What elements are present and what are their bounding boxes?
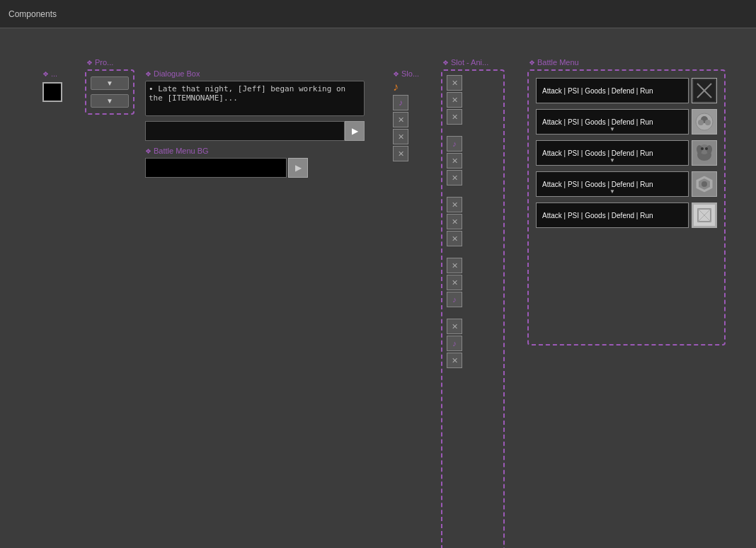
prop-chevron-2[interactable]: ▼ (91, 94, 129, 108)
properties-title: ❖ Pro... (86, 58, 113, 67)
slot-ani-items: ✕ ✕ ✕ ♪ ✕ ✕ ✕ ✕ ✕ ✕ ✕ ♪ ✕ ♪ ✕ (447, 75, 499, 368)
svg-point-13 (701, 181, 707, 187)
misc-title: ❖ ... (42, 69, 81, 78)
slot1-x-icon-2: ✕ (393, 129, 408, 144)
dialogue-submit-button[interactable]: ▶ (345, 121, 365, 141)
battle-menu-label: Battle Menu (537, 58, 579, 67)
dialogue-title: ❖ Dialogue Box (145, 69, 365, 78)
bg-label: Battle Menu BG (154, 147, 209, 155)
slot-ani-spacer-2 (447, 187, 499, 195)
battle-row-4: Attack | PSI | Goods | Defend | Run ▼ (536, 171, 717, 197)
dialogue-input-row: ▶ (145, 121, 365, 141)
battle-arrow-4: ▼ (609, 188, 615, 195)
slot1-x-icon-3: ✕ (393, 146, 408, 161)
slot1-x-icon-1: ✕ (393, 112, 408, 127)
dialogue-label: Dialogue Box (154, 69, 200, 78)
slot-ani-item-11: ✕ (447, 275, 462, 290)
slot1-orange-note: ♪ (393, 81, 428, 93)
slot-ani-item-13: ✕ (447, 319, 462, 334)
slot-ani-item-3: ✕ (447, 109, 462, 125)
panel-slot1: ❖ Slo... ♪ ♪ ✕ ✕ ✕ (393, 69, 428, 163)
dialogue-textarea[interactable]: • Late that night, [Jeff] began working … (145, 81, 365, 116)
battle-text-5: Attack | PSI | Goods | Defend | Run (542, 212, 653, 219)
svg-point-5 (698, 120, 704, 125)
misc-label: ... (51, 69, 57, 78)
battle-text-btn-5[interactable]: Attack | PSI | Goods | Defend | Run (536, 202, 689, 228)
svg-point-11 (701, 147, 704, 150)
orange-note-icon: ♪ (393, 81, 399, 93)
slot-ani-title: ❖ Slot - Ani... (442, 58, 488, 67)
svg-point-6 (705, 120, 711, 125)
slot-ani-item-10: ✕ (447, 258, 462, 273)
battle-text-btn-4[interactable]: Attack | PSI | Goods | Defend | Run ▼ (536, 171, 689, 197)
slot-ani-item-4: ♪ (447, 136, 462, 152)
slot-ani-item-12: ♪ (447, 292, 462, 307)
slot-ani-item-15: ✕ (447, 353, 462, 368)
panel-misc: ❖ ... (42, 69, 81, 102)
battle-menu-bg-label: ❖ Battle Menu BG (145, 147, 365, 155)
slot-ani-diamond-icon: ❖ (442, 59, 449, 67)
slot1-diamond-icon: ❖ (393, 70, 399, 78)
battle-menu-diamond-icon: ❖ (529, 59, 535, 67)
slot-ani-item-1: ✕ (447, 75, 462, 91)
battle-text-2: Attack | PSI | Goods | Defend | Run (542, 118, 653, 126)
battle-portrait-4 (692, 171, 717, 197)
battle-text-3: Attack | PSI | Goods | Defend | Run (542, 149, 653, 157)
main-canvas: ❖ ... ❖ Pro... ▼ ▼ ❖ Dialogue Box • Late… (0, 28, 756, 548)
slot1-music-icon: ♪ (393, 95, 408, 110)
panel-slot-ani: ❖ Slot - Ani... ✕ ✕ ✕ ♪ ✕ ✕ ✕ ✕ ✕ ✕ ✕ ♪ … (441, 69, 505, 548)
panel-dialogue: ❖ Dialogue Box • Late that night, [Jeff]… (145, 69, 365, 178)
slot1-label: Slo... (401, 69, 419, 78)
battle-row-2: Attack | PSI | Goods | Defend | Run ▼ (536, 109, 717, 135)
slot-ani-label: Slot - Ani... (451, 58, 488, 67)
battle-menu-bg-bar: ▶ (145, 158, 365, 178)
battle-text-btn-2[interactable]: Attack | PSI | Goods | Defend | Run ▼ (536, 109, 689, 135)
prop-label: Pro... (95, 58, 113, 67)
slot-ani-spacer-4 (447, 309, 499, 317)
battle-text-btn-3[interactable]: Attack | PSI | Goods | Defend | Run ▼ (536, 140, 689, 166)
battle-portrait-1 (692, 78, 717, 103)
battle-portrait-3 (692, 140, 717, 166)
battle-arrow-2: ▼ (609, 126, 615, 132)
bg-diamond-icon: ❖ (145, 147, 151, 155)
battle-portrait-5 (692, 202, 717, 228)
panel-battle-menu: ❖ Battle Menu Attack | PSI | Goods | Def… (527, 69, 726, 346)
slot-ani-item-7: ✕ (447, 197, 462, 212)
slot-ani-item-2: ✕ (447, 92, 462, 108)
prop-diamond-icon: ❖ (86, 59, 93, 67)
battle-menu-bg-btn[interactable]: ▶ (288, 158, 308, 178)
dialogue-diamond-icon: ❖ (145, 70, 151, 78)
battle-text-4: Attack | PSI | Goods | Defend | Run (542, 181, 653, 188)
svg-point-12 (705, 147, 708, 150)
battle-row-5: Attack | PSI | Goods | Defend | Run (536, 202, 717, 228)
battle-row-1: Attack | PSI | Goods | Defend | Run (536, 78, 717, 103)
slot-ani-item-6: ✕ (447, 170, 462, 185)
top-bar: Components (0, 0, 756, 28)
slot-ani-spacer-1 (447, 126, 499, 135)
battle-menu-bg-black-bar (145, 158, 287, 178)
black-square-icon[interactable] (42, 82, 62, 102)
battle-text-1: Attack | PSI | Goods | Defend | Run (542, 87, 653, 95)
battle-arrow-3: ▼ (609, 157, 615, 164)
slot-ani-item-9: ✕ (447, 231, 462, 246)
battle-menu-title: ❖ Battle Menu (529, 58, 579, 67)
battle-portrait-2 (692, 109, 717, 135)
prop-chevron-1[interactable]: ▼ (91, 76, 129, 90)
battle-text-btn-1[interactable]: Attack | PSI | Goods | Defend | Run (536, 78, 689, 103)
slot-ani-item-14: ♪ (447, 336, 462, 351)
slot-ani-spacer-3 (447, 248, 499, 256)
battle-row-3: Attack | PSI | Goods | Defend | Run ▼ (536, 140, 717, 166)
slot1-title: ❖ Slo... (393, 69, 428, 78)
slot-ani-item-8: ✕ (447, 214, 462, 229)
dialogue-input[interactable] (145, 121, 345, 141)
misc-diamond-icon: ❖ (42, 70, 49, 78)
components-label: Components (8, 9, 57, 19)
slot-ani-item-5: ✕ (447, 153, 462, 169)
panel-properties: ❖ Pro... ▼ ▼ (85, 69, 134, 115)
